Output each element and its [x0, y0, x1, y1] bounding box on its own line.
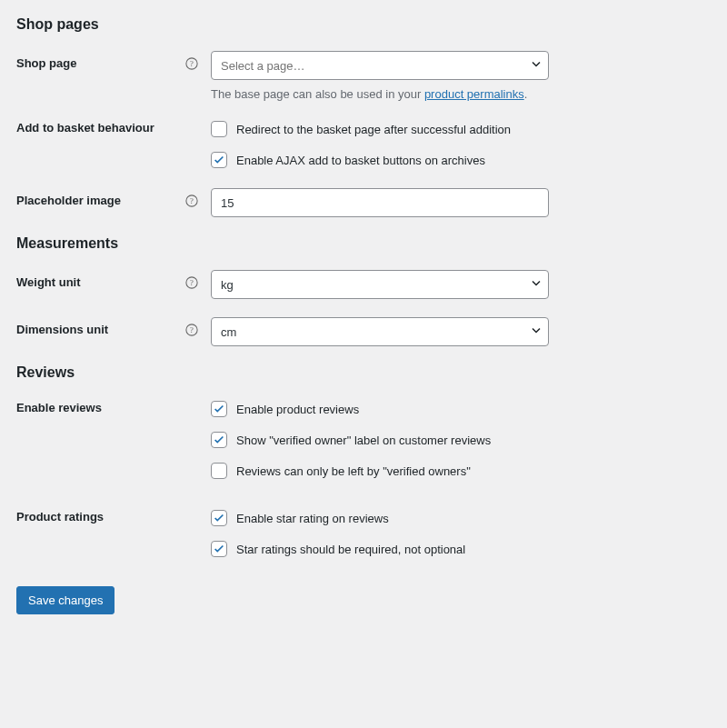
enable-reviews-label: Enable reviews — [16, 401, 102, 414]
ajax-checkbox-label[interactable]: Enable AJAX add to basket buttons on arc… — [236, 154, 485, 167]
shop-page-description: The base page can also be used in your p… — [211, 87, 574, 101]
section-heading-shop-pages: Shop pages — [16, 16, 711, 33]
svg-text:?: ? — [190, 59, 194, 68]
enable-star-rating-checkbox[interactable] — [211, 510, 227, 526]
verified-owner-checkbox[interactable] — [211, 432, 227, 448]
star-rating-required-label[interactable]: Star ratings should be required, not opt… — [236, 543, 465, 556]
only-verified-checkbox[interactable] — [211, 463, 227, 479]
enable-reviews-checkbox[interactable] — [211, 401, 227, 417]
placeholder-image-label: Placeholder image — [16, 194, 121, 207]
redirect-checkbox-label[interactable]: Redirect to the basket page after succes… — [236, 123, 511, 136]
weight-unit-label: Weight unit — [16, 275, 81, 289]
verified-owner-checkbox-label[interactable]: Show "verified owner" label on customer … — [236, 434, 491, 447]
product-ratings-label: Product ratings — [16, 510, 104, 524]
enable-reviews-checkbox-label[interactable]: Enable product reviews — [236, 403, 359, 416]
help-icon[interactable]: ? — [185, 57, 198, 70]
product-permalinks-link[interactable]: product permalinks — [424, 87, 524, 101]
only-verified-checkbox-label[interactable]: Reviews can only be left by "verified ow… — [236, 464, 471, 478]
help-icon[interactable]: ? — [185, 194, 198, 207]
dimensions-unit-select[interactable] — [211, 317, 549, 346]
svg-text:?: ? — [190, 325, 194, 334]
dimensions-unit-label: Dimensions unit — [16, 323, 108, 336]
help-icon[interactable]: ? — [185, 324, 198, 336]
help-icon[interactable]: ? — [185, 276, 198, 289]
save-changes-button[interactable]: Save changes — [16, 586, 115, 614]
svg-text:?: ? — [190, 196, 194, 205]
ajax-checkbox[interactable] — [211, 152, 227, 168]
shop-page-select[interactable] — [211, 51, 549, 80]
weight-unit-select[interactable] — [211, 270, 549, 299]
svg-text:?: ? — [190, 278, 194, 287]
section-heading-measurements: Measurements — [16, 235, 711, 252]
enable-star-rating-label[interactable]: Enable star rating on reviews — [236, 512, 389, 525]
section-heading-reviews: Reviews — [16, 364, 711, 381]
shop-page-label: Shop page — [16, 56, 76, 70]
redirect-checkbox[interactable] — [211, 121, 227, 137]
add-to-basket-label: Add to basket behaviour — [16, 121, 154, 135]
star-rating-required-checkbox[interactable] — [211, 541, 227, 557]
placeholder-image-input[interactable] — [211, 188, 549, 217]
